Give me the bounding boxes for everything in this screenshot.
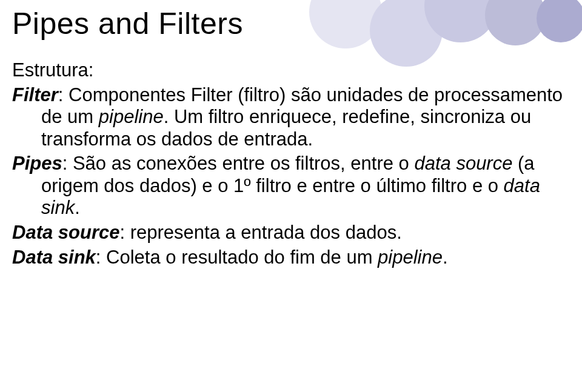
text: : São as conexões entre os filtros, entr…	[62, 153, 415, 174]
definition-data-source: Data source: representa a entrada dos da…	[12, 222, 564, 244]
text: .	[443, 247, 448, 268]
definition-filter: Filter: Componentes Filter (filtro) são …	[12, 84, 564, 151]
definition-pipes: Pipes: São as conexões entre os filtros,…	[12, 153, 564, 219]
italic-pipeline: pipeline	[99, 106, 164, 127]
text: .	[75, 197, 80, 218]
page-title: Pipes and Filters	[12, 6, 564, 41]
term-data-sink: Data sink	[12, 247, 96, 268]
slide-content: Pipes and Filters Estrutura: Filter: Com…	[0, 0, 582, 268]
body-text: Estrutura: Filter: Componentes Filter (f…	[12, 59, 564, 268]
term-pipes: Pipes	[12, 153, 62, 174]
section-label: Estrutura:	[12, 59, 564, 82]
term-filter: Filter	[12, 84, 58, 105]
term-data-source: Data source	[12, 222, 119, 243]
text: : Coleta o resultado do fim de um	[96, 247, 378, 268]
italic-data-source: data source	[414, 153, 512, 174]
text: : representa a entrada dos dados.	[119, 222, 401, 243]
definition-data-sink: Data sink: Coleta o resultado do fim de …	[12, 247, 564, 269]
italic-pipeline-2: pipeline	[378, 247, 443, 268]
